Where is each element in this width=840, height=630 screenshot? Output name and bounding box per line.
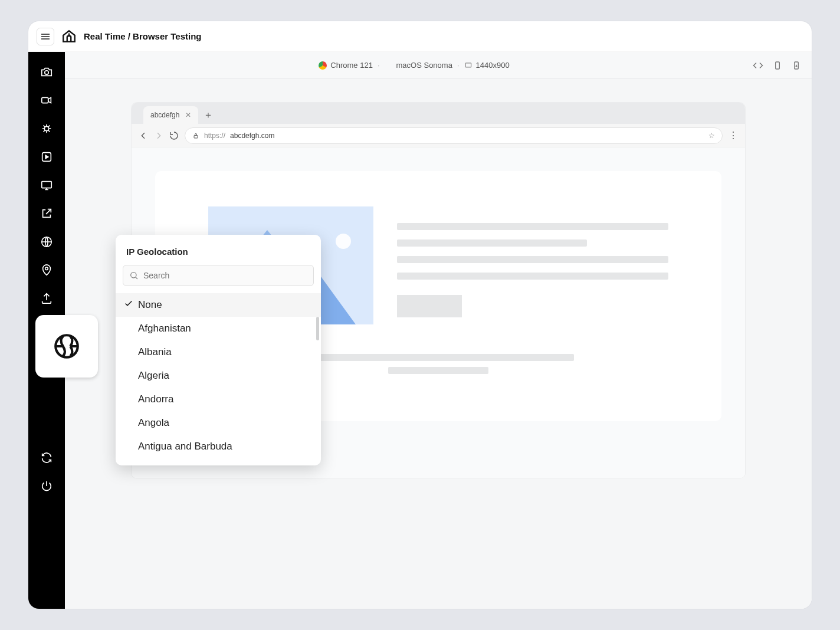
env-resolution-label: 1440x900: [476, 61, 510, 70]
geo-item-label: Angola: [138, 417, 169, 428]
nav-forward-icon[interactable]: [154, 131, 163, 140]
svg-rect-13: [194, 135, 198, 138]
upload-button[interactable]: [35, 287, 58, 310]
geo-item[interactable]: Antigua and Barbuda: [116, 435, 321, 458]
geo-country-list: None Afghanistan Albania Algeria Andorra…: [116, 293, 321, 465]
search-icon: [129, 271, 139, 280]
svg-point-5: [44, 126, 48, 130]
browser-nav-bar: https:// abcdefgh.com ☆ ⋮: [132, 124, 745, 147]
geo-item-label: Albania: [138, 346, 172, 357]
tab-title: abcdefgh: [150, 111, 179, 119]
address-bar[interactable]: https:// abcdefgh.com ☆: [185, 127, 723, 144]
geo-item-label: None: [138, 299, 162, 310]
chrome-icon: [319, 61, 327, 70]
menu-toggle-button[interactable]: [37, 28, 54, 45]
svg-rect-0: [465, 63, 471, 67]
env-os-label: macOS Sonoma: [396, 61, 452, 70]
env-resolution: 1440x900: [464, 61, 510, 70]
geo-item-none[interactable]: None: [116, 293, 321, 317]
geo-item-label: Algeria: [138, 370, 169, 381]
nav-back-icon[interactable]: [139, 131, 148, 140]
camera-button[interactable]: [35, 60, 58, 84]
pin-button[interactable]: [35, 258, 58, 282]
app-logo-icon: [61, 29, 77, 44]
svg-rect-4: [42, 97, 48, 103]
power-button[interactable]: [35, 474, 58, 498]
browser-tab[interactable]: abcdefgh ✕: [143, 106, 198, 124]
scrollbar-thumb[interactable]: [316, 317, 319, 340]
external-link-button[interactable]: [35, 202, 58, 225]
tab-strip: abcdefgh ✕ ＋: [132, 103, 745, 124]
geo-item[interactable]: Angola: [116, 411, 321, 435]
app-window: Real Time / Browser Testing Chrome 121 ·…: [28, 21, 812, 609]
svg-point-14: [131, 273, 136, 278]
device-rotate-icon[interactable]: [773, 61, 782, 70]
breadcrumb: Real Time / Browser Testing: [84, 31, 202, 41]
record-play-button[interactable]: [35, 145, 58, 169]
new-tab-button[interactable]: ＋: [202, 109, 215, 122]
env-os: macOS Sonoma: [385, 61, 452, 70]
apple-icon: [385, 61, 393, 70]
lock-icon: [192, 132, 199, 139]
geo-item-label: Antigua and Barbuda: [138, 441, 232, 452]
env-browser-label: Chrome 121: [330, 61, 373, 70]
geo-item-label: Andorra: [138, 393, 173, 405]
resolution-icon: [464, 61, 472, 70]
bug-button[interactable]: [35, 117, 58, 140]
monitor-button[interactable]: [35, 173, 58, 197]
svg-rect-7: [42, 182, 52, 188]
url-scheme: https://: [204, 132, 225, 140]
svg-rect-1: [776, 62, 780, 69]
sync-button[interactable]: [35, 446, 58, 470]
placeholder-text-block: [397, 206, 668, 317]
ip-geolocation-popup: IP Geolocation None Afghanistan Albania …: [116, 235, 321, 465]
geo-search-input[interactable]: [143, 271, 307, 280]
browser-menu-icon[interactable]: ⋮: [729, 130, 738, 141]
url-host: abcdefgh.com: [230, 132, 274, 140]
env-browser: Chrome 121: [319, 61, 373, 70]
geo-item[interactable]: Albania: [116, 340, 321, 364]
ip-geolocation-button[interactable]: [35, 315, 98, 378]
nav-reload-icon[interactable]: [169, 131, 179, 140]
code-icon[interactable]: [753, 60, 763, 71]
svg-point-9: [45, 267, 48, 270]
environment-bar: Chrome 121 · macOS Sonoma · 1440x900: [65, 52, 812, 79]
globe-button[interactable]: [35, 230, 58, 254]
top-header: Real Time / Browser Testing: [28, 21, 812, 52]
geo-search-field[interactable]: [123, 265, 314, 286]
tab-close-icon[interactable]: ✕: [185, 111, 191, 119]
geo-item-label: Afghanistan: [138, 323, 191, 334]
svg-point-3: [45, 71, 48, 74]
geo-item[interactable]: Afghanistan: [116, 317, 321, 340]
geo-item[interactable]: Algeria: [116, 364, 321, 388]
geo-popup-title: IP Geolocation: [116, 235, 321, 265]
device-download-icon[interactable]: [792, 61, 801, 70]
bookmark-star-icon[interactable]: ☆: [708, 132, 715, 140]
geo-item[interactable]: Andorra: [116, 388, 321, 411]
check-icon: [124, 299, 133, 311]
video-button[interactable]: [35, 88, 58, 112]
